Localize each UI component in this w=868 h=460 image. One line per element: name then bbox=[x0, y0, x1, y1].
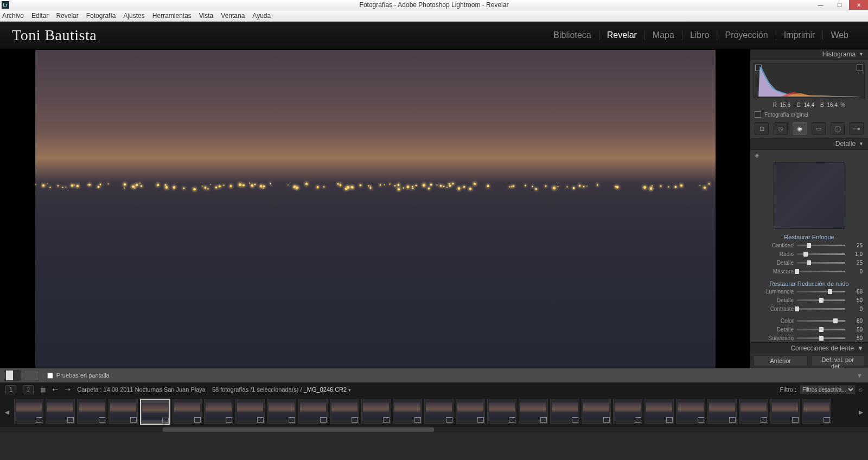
grid-view-icon[interactable]: ▦ bbox=[40, 386, 46, 393]
menu-ventana[interactable]: Ventana bbox=[221, 12, 245, 20]
sharpen-máscara-slider[interactable] bbox=[797, 271, 845, 272]
original-checkbox[interactable] bbox=[755, 111, 761, 118]
reset-button[interactable]: Def. val. por def... bbox=[811, 355, 865, 366]
histogram-display[interactable] bbox=[754, 63, 865, 98]
graduated-filter-tool[interactable]: ▭ bbox=[812, 122, 826, 135]
menu-vista[interactable]: Vista bbox=[199, 12, 213, 20]
colornoise-suavizado-slider[interactable] bbox=[797, 337, 845, 339]
toolbar-menu-icon[interactable]: ▼ bbox=[857, 372, 863, 379]
identity-plate: Toni Bautista bbox=[12, 27, 97, 44]
filter-lock-icon[interactable]: ⎋ bbox=[859, 386, 863, 393]
thumbnail[interactable] bbox=[519, 399, 548, 424]
window-titlebar: Lr Fotografías - Adobe Photoshop Lightro… bbox=[0, 0, 868, 10]
thumbnail[interactable] bbox=[298, 399, 328, 424]
photo-count: 58 fotografías /1 seleccionada(s) / _MG_… bbox=[212, 386, 351, 393]
thumbnail[interactable] bbox=[204, 399, 233, 424]
module-imprimir[interactable]: Imprimir bbox=[776, 30, 824, 40]
sharpen-radio-row: Radio1,0 bbox=[750, 250, 868, 258]
module-biblioteca[interactable]: Biblioteca bbox=[546, 30, 599, 40]
menu-herramientas[interactable]: Herramientas bbox=[152, 12, 192, 20]
close-button[interactable]: ✕ bbox=[849, 0, 868, 10]
thumbnail[interactable] bbox=[582, 399, 611, 424]
thumbnail[interactable] bbox=[487, 399, 516, 424]
menu-revelar[interactable]: Revelar bbox=[56, 12, 78, 20]
histogram-header[interactable]: Histograma▼ bbox=[750, 49, 868, 60]
thumbnail[interactable] bbox=[330, 399, 359, 424]
colornoise-color-row: Color80 bbox=[750, 316, 868, 325]
thumbnail[interactable] bbox=[550, 399, 579, 424]
noise-luminancia-slider[interactable] bbox=[797, 291, 845, 292]
filter-select[interactable]: Filtros desactiva... bbox=[800, 385, 856, 394]
app-icon: Lr bbox=[2, 1, 9, 9]
original-photo-row[interactable]: Fotografía original bbox=[750, 109, 868, 120]
filmstrip: ◂ ▸ bbox=[0, 397, 868, 427]
thumbnail[interactable] bbox=[267, 399, 296, 424]
thumbnail[interactable] bbox=[739, 399, 768, 424]
sharpen-cantidad-slider[interactable] bbox=[797, 245, 845, 246]
filmstrip-right-icon[interactable]: ▸ bbox=[856, 398, 866, 426]
nav-forward-icon[interactable]: 🠒 bbox=[65, 386, 71, 393]
sharpen-radio-slider[interactable] bbox=[797, 253, 845, 255]
thumbnail[interactable] bbox=[140, 399, 170, 425]
nav-back-icon[interactable]: 🠐 bbox=[52, 386, 58, 393]
minimize-button[interactable]: — bbox=[811, 0, 830, 10]
thumbnail[interactable] bbox=[393, 399, 422, 424]
module-web[interactable]: Web bbox=[823, 30, 856, 40]
thumbnail[interactable] bbox=[707, 399, 737, 424]
noise-header: Restaurar Reducción de ruido bbox=[750, 279, 868, 288]
previous-button[interactable]: Anterior bbox=[754, 355, 808, 366]
soft-proof-checkbox[interactable] bbox=[47, 373, 53, 379]
develop-toolbar: | Pruebas en pantalla ▼ bbox=[0, 368, 868, 382]
radial-filter-tool[interactable]: ◯ bbox=[831, 122, 845, 135]
colornoise-color-slider[interactable] bbox=[797, 320, 845, 322]
detail-header[interactable]: Detalle▼ bbox=[750, 139, 868, 150]
colornoise-suavizado-row: Suavizado50 bbox=[750, 334, 868, 342]
menu-archivo[interactable]: Archivo bbox=[2, 12, 24, 20]
thumbnail[interactable] bbox=[424, 399, 454, 424]
thumbnail[interactable] bbox=[770, 399, 800, 424]
maximize-button[interactable]: ☐ bbox=[830, 0, 849, 10]
detail-target-icon[interactable]: ◈ bbox=[755, 152, 759, 159]
thumbnail[interactable] bbox=[173, 399, 202, 424]
menu-ayuda[interactable]: Ayuda bbox=[252, 12, 271, 20]
thumbnail[interactable] bbox=[644, 399, 674, 424]
module-mapa[interactable]: Mapa bbox=[645, 30, 682, 40]
filmstrip-left-icon[interactable]: ◂ bbox=[2, 398, 12, 426]
before-after-button[interactable] bbox=[24, 370, 39, 381]
thumbnail[interactable] bbox=[46, 399, 75, 424]
right-panel: Histograma▼ R 15,6 G 14,4 B 16,4 % Fotog… bbox=[750, 49, 868, 368]
loupe-view-button[interactable] bbox=[5, 370, 21, 381]
monitor-1-button[interactable]: 1 bbox=[5, 385, 16, 394]
thumbnail[interactable] bbox=[613, 399, 642, 424]
adjustment-brush-tool[interactable]: ─● bbox=[850, 122, 864, 135]
thumbnail[interactable] bbox=[14, 399, 43, 424]
filmstrip-scrollbar[interactable] bbox=[0, 427, 868, 432]
colornoise-detalle-row: Detalle50 bbox=[750, 325, 868, 334]
thumbnail[interactable] bbox=[77, 399, 106, 424]
folder-path: Carpeta : 14 08 2011 Nocturnas San Juan … bbox=[77, 386, 206, 393]
menu-fotografía[interactable]: Fotografía bbox=[86, 12, 116, 20]
colornoise-detalle-slider[interactable] bbox=[797, 329, 845, 330]
image-canvas[interactable] bbox=[0, 49, 750, 368]
module-revelar[interactable]: Revelar bbox=[599, 30, 645, 40]
thumbnail[interactable] bbox=[108, 399, 138, 424]
detail-preview[interactable] bbox=[774, 162, 845, 229]
crop-tool[interactable]: ⊡ bbox=[755, 122, 769, 135]
thumbnail[interactable] bbox=[676, 399, 705, 424]
menu-ajustes[interactable]: Ajustes bbox=[123, 12, 144, 20]
thumbnail[interactable] bbox=[361, 399, 391, 424]
thumbnail[interactable] bbox=[235, 399, 265, 424]
redeye-tool[interactable]: ◉ bbox=[793, 122, 807, 135]
menu-editar[interactable]: Editar bbox=[31, 12, 48, 20]
thumbnail[interactable] bbox=[802, 399, 831, 424]
monitor-2-button[interactable]: 2 bbox=[23, 385, 34, 394]
spot-tool[interactable]: ◎ bbox=[774, 122, 788, 135]
lens-corrections-header[interactable]: Correcciones de lente▼ bbox=[750, 342, 868, 353]
module-proyección[interactable]: Proyección bbox=[717, 30, 776, 40]
thumbnail[interactable] bbox=[456, 399, 485, 424]
noise-detalle-slider[interactable] bbox=[797, 299, 845, 301]
noise-contraste-slider[interactable] bbox=[797, 308, 845, 310]
module-libro[interactable]: Libro bbox=[682, 30, 718, 40]
menu-bar: ArchivoEditarRevelarFotografíaAjustesHer… bbox=[0, 10, 868, 22]
sharpen-detalle-slider[interactable] bbox=[797, 262, 845, 264]
